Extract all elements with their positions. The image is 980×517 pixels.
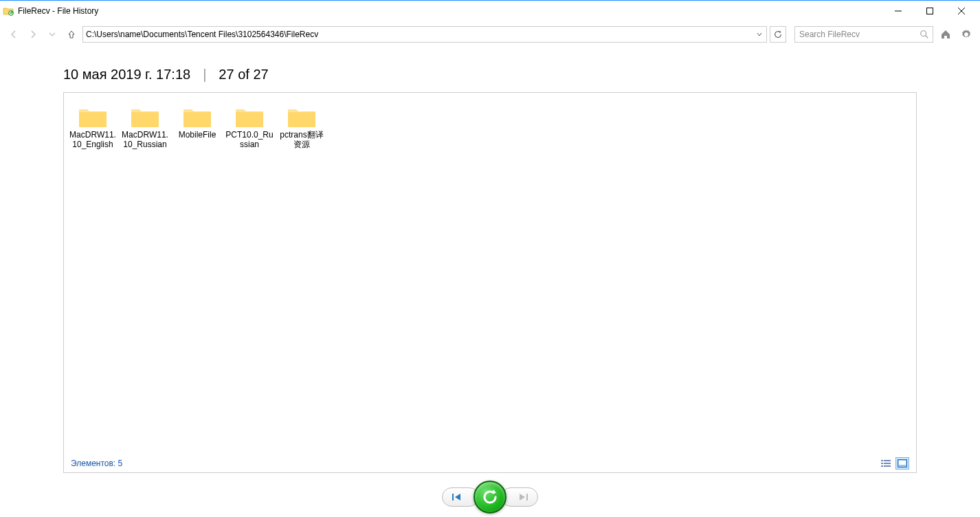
svg-point-5 [921, 31, 926, 36]
folder-icon [129, 101, 162, 129]
folder-label: MacDRW11.10_English [68, 130, 118, 149]
bottom-controls [0, 480, 980, 514]
file-panel: MacDRW11.10_English MacDRW11.10_Russian [63, 92, 917, 473]
svg-rect-15 [899, 461, 906, 465]
items-grid[interactable]: MacDRW11.10_English MacDRW11.10_Russian [64, 93, 916, 163]
search-input[interactable] [795, 30, 916, 39]
svg-point-7 [965, 33, 968, 36]
svg-rect-12 [881, 465, 883, 467]
folder-icon [233, 101, 266, 129]
snapshot-position: 27 of 27 [219, 67, 268, 82]
folder-item[interactable]: MacDRW11.10_English [67, 98, 119, 152]
item-count-label: Элементов: 5 [71, 459, 122, 468]
svg-rect-11 [884, 463, 891, 464]
search-box[interactable] [794, 26, 933, 43]
svg-rect-13 [884, 465, 891, 467]
maximize-button[interactable] [914, 1, 946, 21]
content-area: 10 мая 2019 г. 17:18 | 27 of 27 MacDRW11… [0, 47, 980, 514]
back-button[interactable] [5, 26, 22, 43]
svg-rect-8 [881, 460, 883, 461]
settings-gear-icon[interactable] [958, 26, 975, 43]
search-icon [916, 30, 933, 39]
view-details-button[interactable] [879, 457, 893, 470]
home-button[interactable] [937, 26, 954, 43]
svg-rect-10 [881, 463, 883, 464]
forward-button[interactable] [25, 26, 41, 43]
address-input[interactable] [83, 27, 753, 42]
address-bar[interactable] [82, 26, 767, 43]
folder-icon [285, 101, 318, 129]
folder-item[interactable]: MobileFile [171, 98, 223, 152]
up-button[interactable] [63, 26, 80, 43]
svg-rect-9 [884, 460, 891, 461]
folder-label: PCT10.0_Russian [225, 130, 274, 149]
address-dropdown-button[interactable] [753, 27, 766, 42]
window-title: FileRecv - File History [18, 6, 98, 16]
recent-dropdown-button[interactable] [44, 26, 60, 43]
snapshot-datetime: 10 мая 2019 г. 17:18 [63, 67, 190, 82]
folder-item[interactable]: pctrans翻译资源 [276, 98, 328, 152]
folder-icon [181, 101, 214, 129]
folder-item[interactable]: MacDRW11.10_Russian [119, 98, 171, 152]
folder-item[interactable]: PCT10.0_Russian [223, 98, 276, 152]
svg-rect-16 [452, 494, 454, 500]
status-bar: Элементов: 5 [64, 454, 916, 472]
svg-line-6 [926, 36, 928, 38]
minimize-button[interactable] [882, 1, 914, 21]
view-icons-button[interactable] [895, 457, 909, 470]
folder-label: MobileFile [172, 130, 222, 140]
svg-rect-17 [526, 494, 528, 500]
app-icon [3, 6, 14, 16]
close-button[interactable] [946, 1, 977, 21]
toolbar [0, 21, 980, 47]
snapshot-header: 10 мая 2019 г. 17:18 | 27 of 27 [0, 47, 980, 89]
svg-rect-2 [927, 8, 933, 14]
folder-icon [76, 101, 109, 129]
separator: | [203, 67, 206, 82]
refresh-button[interactable] [770, 26, 786, 43]
folder-label: MacDRW11.10_Russian [120, 130, 170, 149]
title-bar: FileRecv - File History [0, 1, 980, 21]
restore-button[interactable] [474, 481, 506, 514]
next-version-button[interactable] [501, 487, 538, 507]
folder-label: pctrans翻译资源 [277, 130, 326, 149]
